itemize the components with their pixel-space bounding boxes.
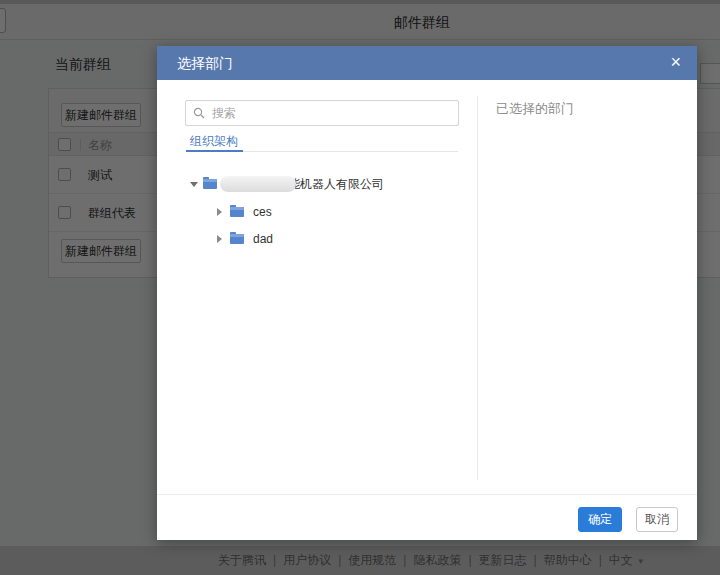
- tree-node-label: dad: [253, 226, 273, 252]
- dialog-title: 选择部门: [177, 46, 233, 80]
- tree-node-department[interactable]: dad: [157, 226, 477, 252]
- close-icon[interactable]: ×: [670, 46, 681, 80]
- folder-icon: [203, 179, 217, 189]
- folder-icon: [230, 207, 244, 217]
- tree-node-label: ces: [253, 199, 272, 225]
- collapse-arrow-icon[interactable]: [190, 182, 198, 187]
- tree-node-department[interactable]: ces: [157, 199, 477, 225]
- expand-arrow-icon[interactable]: [217, 208, 222, 216]
- tree-node-company[interactable]: 能机器人有限公司: [157, 171, 477, 197]
- search-input[interactable]: [185, 100, 459, 126]
- selected-departments-title: 已选择的部门: [496, 100, 574, 118]
- redaction-blur: [220, 176, 296, 192]
- footer-divider: [157, 494, 697, 495]
- screen: 邮件群组 当前群组 新建邮件群组 名称 测试 群组代表 新建邮件群组: [0, 0, 720, 575]
- dialog-header: 选择部门 ×: [157, 46, 697, 80]
- department-search: [185, 100, 459, 126]
- tab-active-underline: [186, 150, 243, 152]
- search-icon: [193, 107, 205, 119]
- panel-divider: [477, 96, 478, 480]
- folder-icon: [230, 234, 244, 244]
- expand-arrow-icon[interactable]: [217, 235, 222, 243]
- cancel-button[interactable]: 取消: [636, 507, 678, 532]
- select-department-dialog: 选择部门 × 组织架构 能机器人有限公司 ces dad: [157, 46, 697, 540]
- confirm-button[interactable]: 确定: [578, 507, 622, 532]
